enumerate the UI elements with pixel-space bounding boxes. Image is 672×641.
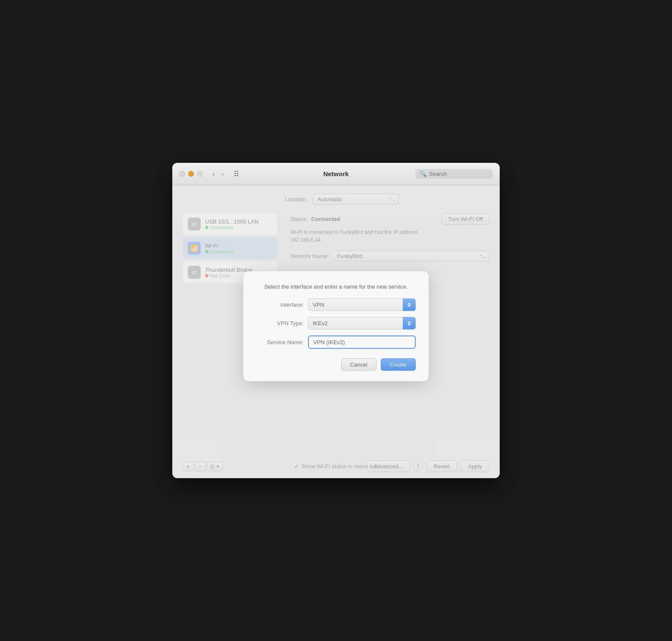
cancel-button[interactable]: Cancel	[341, 358, 376, 371]
new-service-modal: Select the interface and enter a name fo…	[243, 271, 429, 381]
close-button[interactable]	[179, 171, 185, 177]
vpn-type-select-wrapper[interactable]: IKEv2	[308, 317, 416, 330]
grid-button[interactable]: ⠿	[230, 168, 243, 180]
titlebar: ‹ › ⠿ Network 🔍	[172, 163, 500, 185]
interface-select-wrapper[interactable]: VPN	[308, 299, 416, 311]
window-title: Network	[323, 170, 348, 177]
back-button[interactable]: ‹	[210, 168, 217, 180]
interface-arrow-up-icon	[408, 302, 411, 304]
forward-button[interactable]: ›	[219, 168, 226, 180]
system-preferences-window: ‹ › ⠿ Network 🔍 Location: Automatic ⌃⌄	[172, 163, 500, 478]
vpn-type-label: VPN Type:	[256, 320, 304, 327]
search-input[interactable]	[429, 171, 488, 177]
traffic-lights	[179, 171, 203, 177]
service-name-input[interactable]	[308, 336, 416, 349]
service-name-field: Service Name:	[256, 336, 416, 349]
interface-select-arrows[interactable]	[403, 299, 416, 311]
main-content: Location: Automatic ⌃⌄ ⇄ USB 10/1...1000…	[172, 185, 500, 478]
interface-label: Interface:	[256, 302, 304, 308]
vpn-type-arrow-down-icon	[408, 324, 411, 325]
vpn-type-field: VPN Type: IKEv2	[256, 317, 416, 330]
create-button[interactable]: Create	[381, 358, 416, 371]
search-bar[interactable]: 🔍	[415, 169, 493, 179]
maximize-button[interactable]	[197, 171, 203, 177]
service-name-label: Service Name:	[256, 339, 304, 345]
interface-field: Interface: VPN	[256, 299, 416, 311]
nav-buttons: ‹ ›	[210, 168, 227, 180]
vpn-type-select-arrows[interactable]	[403, 317, 416, 330]
interface-arrow-down-icon	[408, 305, 411, 307]
vpn-type-arrow-up-icon	[408, 321, 411, 323]
search-icon: 🔍	[420, 171, 426, 177]
modal-buttons: Cancel Create	[256, 358, 416, 371]
modal-title: Select the interface and enter a name fo…	[256, 283, 416, 290]
minimize-button[interactable]	[188, 171, 194, 177]
interface-select[interactable]: VPN	[308, 299, 416, 311]
vpn-type-select[interactable]: IKEv2	[308, 317, 416, 330]
